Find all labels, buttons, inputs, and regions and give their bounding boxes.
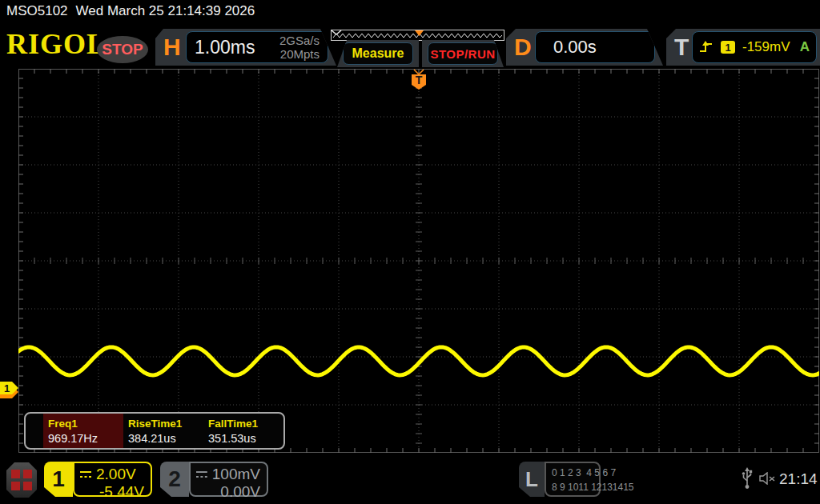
memory-depth: 20Mpts	[279, 47, 320, 61]
acquisition-info: 2GSa/s 20Mpts	[279, 34, 320, 62]
waveform-preview-strip[interactable]	[331, 29, 504, 42]
run-state-badge: STOP	[97, 36, 148, 63]
titlebar: MSO5102Wed March 25 21:14:39 2026	[6, 3, 255, 19]
dc-coupling-icon	[79, 470, 92, 478]
measurement-risetime1[interactable]: RiseTime1 384.21us	[123, 414, 203, 448]
channel1-offset: -5.44V	[79, 483, 144, 501]
measurement-value: 969.17Hz	[48, 432, 123, 445]
horizontal-label: H	[163, 29, 181, 66]
delay-value: 0.00s	[553, 37, 597, 58]
datetime-label: Wed March 25 21:14:39 2026	[76, 3, 255, 18]
clock: 21:14	[779, 470, 818, 488]
system-icons: 21:14	[742, 456, 820, 504]
delay-box[interactable]: 0.00s	[535, 31, 655, 63]
channel1-status[interactable]: 1 2.00V -5.44V	[44, 462, 152, 497]
graticule-area: T	[18, 69, 819, 453]
trigger-level-value: -159mV	[742, 39, 790, 55]
measure-button-tab: Measure	[337, 40, 419, 67]
logic-tab[interactable]: L	[519, 462, 545, 497]
measurement-label: RiseTime1	[128, 418, 203, 430]
measure-button[interactable]: Measure	[343, 42, 413, 65]
measurement-freq1[interactable]: Freq1 969.17Hz	[43, 414, 123, 448]
logic-box: 0 1 2 3 4 5 6 78 9 1011 12131415	[545, 462, 601, 497]
dc-coupling-icon	[195, 470, 208, 478]
trigger-panel[interactable]: T 1 -159mV A	[666, 29, 820, 66]
measurement-value: 384.21us	[128, 432, 203, 445]
measurement-label: FallTime1	[208, 418, 283, 430]
measurement-falltime1[interactable]: FallTime1 351.53us	[203, 414, 283, 448]
timebase-box[interactable]: 1.00ms 2GSa/s 20Mpts	[186, 31, 328, 63]
menu-grid-icon	[11, 470, 32, 490]
trigger-label: T	[674, 29, 689, 66]
sample-rate: 2GSa/s	[279, 34, 320, 47]
trigger-sweep-mode: A	[800, 39, 810, 55]
channel2-offset: 0.00V	[195, 483, 260, 501]
logic-channels-status[interactable]: L 0 1 2 3 4 5 6 78 9 1011 12131415	[519, 462, 601, 497]
status-bar: 1 2.00V -5.44V 2	[0, 456, 820, 504]
channel1-box[interactable]: 2.00V -5.44V	[73, 462, 152, 497]
delay-panel[interactable]: D 0.00s	[506, 29, 663, 66]
measurement-panel[interactable]: Freq1 969.17Hz RiseTime1 384.21us FallTi…	[24, 412, 285, 450]
stop-run-button[interactable]: STOP/RUN	[428, 42, 498, 65]
usb-icon	[742, 467, 753, 490]
trigger-box[interactable]: 1 -159mV A	[692, 31, 817, 63]
channel2-tab[interactable]: 2	[160, 462, 189, 497]
timebase-value: 1.00ms	[195, 37, 255, 58]
header-bar: RIGOL STOP H 1.00ms 2GSa/s 20Mpts Measur…	[0, 26, 820, 67]
model-label: MSO5102	[6, 3, 68, 18]
horizontal-panel[interactable]: H 1.00ms 2GSa/s 20Mpts	[155, 29, 336, 66]
measurement-label: Freq1	[48, 418, 123, 430]
stop-run-button-tab: STOP/RUN	[422, 40, 504, 67]
channel2-scale: 100mV	[212, 466, 260, 483]
logic-row2: 8 9 1011 12131415	[552, 480, 599, 494]
channel1-scale: 2.00V	[96, 466, 136, 483]
channel1-tab[interactable]: 1	[44, 462, 73, 497]
oscilloscope-screen: MSO5102Wed March 25 21:14:39 2026 RIGOL …	[0, 0, 820, 504]
waveform-display: T	[18, 69, 819, 453]
trigger-slope-icon	[699, 41, 713, 54]
trigger-source-badge: 1	[721, 41, 735, 54]
channel2-box[interactable]: 100mV 0.00V	[189, 462, 268, 497]
channel2-status[interactable]: 2 100mV 0.00V	[160, 462, 268, 497]
speaker-muted-icon	[759, 472, 777, 485]
menu-icon[interactable]	[6, 462, 37, 498]
svg-text:T: T	[416, 74, 423, 86]
logic-row1: 0 1 2 3 4 5 6 7	[552, 466, 599, 480]
delay-label: D	[514, 29, 532, 66]
rigol-logo: RIGOL	[6, 27, 107, 61]
measurement-value: 351.53us	[208, 432, 283, 445]
channel1-level-marker[interactable]: 1	[0, 382, 18, 398]
